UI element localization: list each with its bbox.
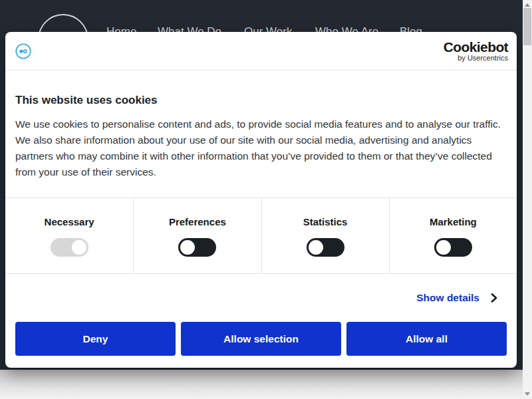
cookiebot-brand: Cookiebot by Usercentrics <box>444 40 508 62</box>
show-details-link[interactable]: Show details <box>416 292 499 304</box>
cookie-consent-dialog: Cookiebot by Usercentrics This website u… <box>5 32 517 368</box>
category-cell-preferences: Preferences <box>133 198 261 273</box>
cookiebot-byline: by Usercentrics <box>444 55 508 62</box>
dialog-title: This website uses cookies <box>15 94 503 107</box>
show-details-label: Show details <box>416 292 479 304</box>
details-row: Show details <box>5 274 517 322</box>
toggle-knob <box>436 240 451 255</box>
category-label: Marketing <box>430 216 477 227</box>
toggle-knob <box>72 240 86 255</box>
statistics-toggle[interactable] <box>307 238 344 257</box>
category-label: Statistics <box>303 216 348 227</box>
toggle-knob <box>309 240 323 255</box>
scrollbar-thumb[interactable] <box>523 8 531 45</box>
category-cell-necessary: Necessary <box>5 198 133 273</box>
cookiebot-infinity-icon <box>15 43 31 59</box>
necessary-toggle <box>51 238 88 257</box>
marketing-toggle[interactable] <box>434 238 472 257</box>
page-lower-section <box>0 370 523 399</box>
consent-button-row: Deny Allow selection Allow all <box>5 322 517 356</box>
chevron-right-icon <box>489 293 499 303</box>
consent-category-grid: Necessary Preferences Statistics Marketi… <box>5 198 517 274</box>
category-cell-statistics: Statistics <box>261 198 389 273</box>
dialog-header: Cookiebot by Usercentrics <box>5 32 517 70</box>
deny-button[interactable]: Deny <box>15 322 176 356</box>
cookiebot-wordmark: Cookiebot <box>444 40 508 54</box>
browser-scrollbar[interactable] <box>523 0 532 399</box>
preferences-toggle[interactable] <box>178 238 216 257</box>
scrollbar-down-icon[interactable] <box>525 392 530 396</box>
allow-all-button[interactable]: Allow all <box>346 322 507 356</box>
allow-selection-button[interactable]: Allow selection <box>181 322 341 356</box>
category-label: Necessary <box>45 216 94 227</box>
dialog-description: We use cookies to personalise content an… <box>15 116 503 180</box>
toggle-knob <box>180 240 195 255</box>
category-label: Preferences <box>169 216 226 227</box>
category-cell-marketing: Marketing <box>389 198 517 273</box>
scrollbar-up-icon[interactable] <box>525 3 530 7</box>
